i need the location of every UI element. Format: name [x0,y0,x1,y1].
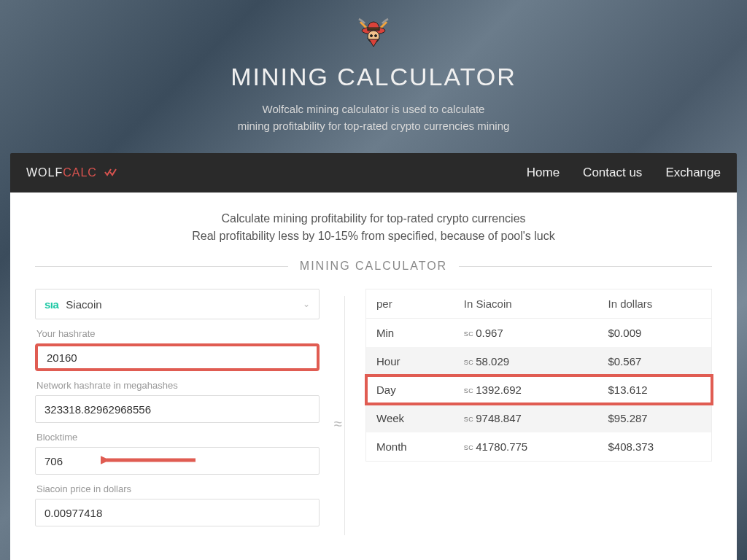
results-column: per In Siacoin In dollars Min sc0.967 $0… [358,289,712,535]
hero: MINING CALCULATOR Wolfcalc mining calcul… [0,0,747,134]
svg-point-6 [375,35,377,37]
th-usd: In dollars [597,289,711,319]
price-input[interactable] [35,499,320,526]
svg-rect-3 [368,28,379,30]
blocktime-input[interactable] [35,447,320,475]
nav-home[interactable]: Home [527,166,560,180]
row-week: Week sc9748.847 $95.287 [366,404,712,432]
hero-title: MINING CALCULATOR [0,63,747,91]
th-per: per [366,289,454,319]
hero-subtitle: Wolfcalc mining calculator is used to ca… [0,101,747,134]
intro-text: Calculate mining profitability for top-r… [35,210,712,245]
th-coin: In Siacoin [454,289,598,319]
hashrate-input[interactable] [35,343,320,371]
price-label: Siacoin price in dollars [35,483,320,494]
brand-logo[interactable]: WOLFCALC [26,166,120,180]
network-hashrate-input[interactable] [35,395,320,423]
network-hashrate-label: Network hashrate in megahashes [35,380,320,391]
coin-selected-label: Siacoin [66,298,101,311]
approx-icon: ≈ [334,413,342,435]
navbar: WOLFCALC Home Contact us Exchange [10,153,737,192]
content-panel: Calculate mining profitability for top-r… [10,192,737,560]
input-column: sıa Siacoin ⌄ Your hashrate Network hash… [35,289,334,535]
row-hour: Hour sc58.029 $0.567 [366,347,712,376]
section-header: MINING CALCULATOR [35,260,712,273]
hashrate-label: Your hashrate [35,328,320,339]
results-table: per In Siacoin In dollars Min sc0.967 $0… [365,289,712,462]
svg-point-5 [371,35,373,37]
nav-contact[interactable]: Contact us [583,166,642,180]
nav-links: Home Contact us Exchange [527,166,721,180]
chevron-down-icon: ⌄ [303,299,310,309]
blocktime-label: Blocktime [35,432,320,443]
mascot-logo-icon [0,16,747,54]
nav-exchange[interactable]: Exchange [665,166,721,180]
row-min: Min sc0.967 $0.009 [366,319,712,348]
coin-select[interactable]: sıa Siacoin ⌄ [35,289,320,319]
row-day: Day sc1392.692 $13.612 [366,376,712,404]
siacoin-icon: sıa [44,298,58,311]
check-icon [104,166,120,179]
row-month: Month sc41780.775 $408.373 [366,432,712,462]
column-divider: ≈ [344,296,345,535]
